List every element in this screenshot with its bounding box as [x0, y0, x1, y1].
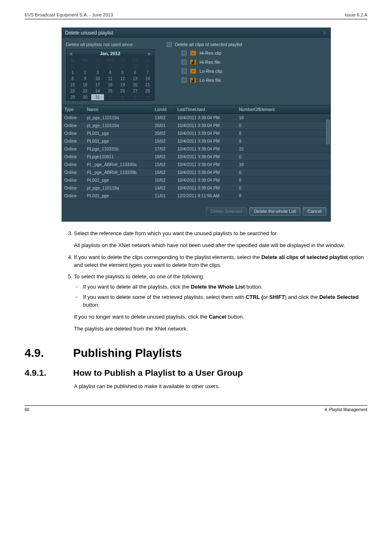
cancel-button[interactable]: Cancel: [303, 207, 326, 215]
footer-right: 4. Playlist Management: [325, 407, 367, 412]
cal-day[interactable]: 29: [116, 63, 129, 69]
option-label: Lo-Res clip: [200, 69, 222, 74]
cal-day[interactable]: 23: [79, 88, 91, 94]
cal-day[interactable]: 10: [91, 76, 104, 82]
cal-day[interactable]: 12: [116, 76, 129, 82]
delete-selected-button[interactable]: Delete Selected: [206, 207, 247, 215]
cal-day[interactable]: 1: [104, 94, 116, 100]
cal-day[interactable]: 7: [141, 69, 154, 76]
delete-clips-label: Delete all clips of selected playlist: [175, 42, 242, 47]
table-row[interactable]: OnlinePL_pge_ABRoll_110330a15/0210/4/201…: [62, 161, 330, 169]
subsection-heading: 4.9.1.How to Publish a Playlist to a Use…: [25, 368, 367, 378]
step-3: Select the reference date from which you…: [74, 230, 367, 250]
cal-day[interactable]: 2: [116, 94, 129, 100]
final-paragraph: The playlists are deleted from the XNet …: [74, 325, 367, 333]
cal-day[interactable]: 29: [67, 94, 79, 100]
cal-day[interactable]: 30: [79, 94, 91, 100]
option-checkbox[interactable]: [182, 78, 187, 83]
cal-day[interactable]: 26: [79, 63, 91, 69]
cal-day[interactable]: 11: [104, 76, 116, 82]
dialog-title: Delete unused playlist: [65, 30, 113, 36]
section-heading: 4.9.Publishing Playlists: [25, 347, 367, 360]
cal-day[interactable]: 9: [79, 76, 91, 82]
table-row[interactable]: OnlinePLpge_110331b17/0210/4/2011 3:39:0…: [62, 145, 330, 153]
col-lsmid[interactable]: LsmId: [152, 105, 175, 113]
cal-day[interactable]: 27: [129, 88, 141, 94]
cal-day[interactable]: 28: [104, 63, 116, 69]
cal-day[interactable]: 1: [67, 69, 79, 76]
cal-day[interactable]: 8: [67, 76, 79, 82]
cal-day[interactable]: 21: [141, 82, 154, 88]
subsection-body: A playlist can be published to make it a…: [74, 383, 367, 391]
cal-day[interactable]: 18: [104, 82, 116, 88]
page-number: 60: [25, 407, 29, 412]
step-4: If you want to delete the clips correspo…: [74, 254, 367, 269]
cal-day[interactable]: 28: [141, 88, 154, 94]
calendar[interactable]: ◀ Jan, 2012 ▶ SuMoTuWeThFrSa 25262728293…: [66, 49, 154, 101]
cal-day[interactable]: 25: [104, 88, 116, 94]
delete-unused-playlist-dialog: Delete unused playlist ✖ Delete all play…: [62, 28, 331, 222]
cal-day[interactable]: 3: [129, 94, 141, 100]
option-label: Hi-Res file: [200, 60, 221, 65]
table-row[interactable]: OnlinePL001_pge19/0210/4/2011 3:39:04 PM…: [62, 137, 330, 145]
table-row[interactable]: OnlinePL001_pge20/0210/4/2011 3:39:04 PM…: [62, 130, 330, 137]
header-right: Issue 6.2.A: [345, 12, 367, 17]
table-row[interactable]: OnlinePL001_pge11/0112/2/2011 8:11:56 AM…: [62, 192, 330, 200]
cal-day[interactable]: 5: [116, 69, 129, 76]
step-5: To select the playlists to delete, do on…: [74, 273, 367, 321]
file-icon: [190, 59, 196, 65]
cal-day[interactable]: 2: [79, 69, 91, 76]
header-left: EVS Broadcast Equipment S.A. - June 2013: [25, 12, 113, 17]
option-label: Lo-Res file: [200, 78, 221, 83]
cal-prev-icon[interactable]: ◀: [69, 51, 72, 56]
option-label: Hi-Res clip: [200, 51, 221, 56]
table-row[interactable]: OnlinePL_pge_ABRoll_110330b16/0210/4/201…: [62, 169, 330, 176]
since-label: Delete all playlists not used since:: [66, 42, 154, 47]
scrollbar[interactable]: [326, 120, 330, 144]
cal-next-icon[interactable]: ▶: [148, 51, 151, 56]
delete-whole-list-button[interactable]: Delete the whole List: [249, 207, 300, 215]
option-checkbox[interactable]: [182, 60, 187, 65]
cal-day[interactable]: 30: [129, 63, 141, 69]
option-checkbox[interactable]: [182, 51, 187, 56]
cal-day[interactable]: 25: [67, 63, 79, 69]
cal-day[interactable]: 6: [129, 69, 141, 76]
cal-month: Jan, 2012: [100, 51, 120, 56]
option-checkbox[interactable]: [182, 69, 187, 74]
cal-day[interactable]: 14: [141, 76, 154, 82]
cal-day[interactable]: 26: [116, 88, 129, 94]
col-numberofelement[interactable]: NumberOfElement: [237, 105, 330, 113]
cal-day[interactable]: 20: [129, 82, 141, 88]
cal-day[interactable]: 15: [67, 82, 79, 88]
cal-day[interactable]: 27: [91, 63, 104, 69]
cal-day[interactable]: 24: [91, 88, 104, 94]
cal-day[interactable]: 4: [104, 69, 116, 76]
cal-day[interactable]: 13: [129, 76, 141, 82]
delete-clips-checkbox[interactable]: [167, 42, 172, 47]
cal-day[interactable]: 16: [79, 82, 91, 88]
col-type[interactable]: Type: [62, 105, 85, 113]
table-row[interactable]: Onlinepl_pge_110119a20/0110/4/2011 3:39:…: [62, 122, 330, 130]
table-row[interactable]: OnlinePL001_pge10/0210/4/2011 3:39:04 PM…: [62, 176, 330, 184]
table-row[interactable]: Onlinepl_pge_110119a13/0210/4/2011 3:39:…: [62, 114, 330, 122]
clip-icon: [190, 50, 196, 56]
col-name[interactable]: Name: [85, 105, 152, 113]
cal-day[interactable]: 4: [141, 94, 154, 100]
cal-day[interactable]: 22: [67, 88, 79, 94]
close-icon[interactable]: ✖: [322, 30, 327, 36]
clip-icon: [190, 68, 196, 74]
table-row[interactable]: Onlinepl_pge_110119a14/0210/4/2011 3:39:…: [62, 184, 330, 192]
cal-day[interactable]: 3: [91, 69, 104, 76]
cal-day[interactable]: 17: [91, 82, 104, 88]
file-icon: [190, 77, 196, 83]
table-row[interactable]: OnlinePLpge11081118/0210/4/2011 3:39:04 …: [62, 153, 330, 161]
col-lasttimeused[interactable]: LastTimeUsed: [175, 105, 237, 113]
cal-day[interactable]: 31: [141, 63, 154, 69]
cal-day[interactable]: 19: [116, 82, 129, 88]
cal-day[interactable]: 31: [91, 94, 104, 100]
